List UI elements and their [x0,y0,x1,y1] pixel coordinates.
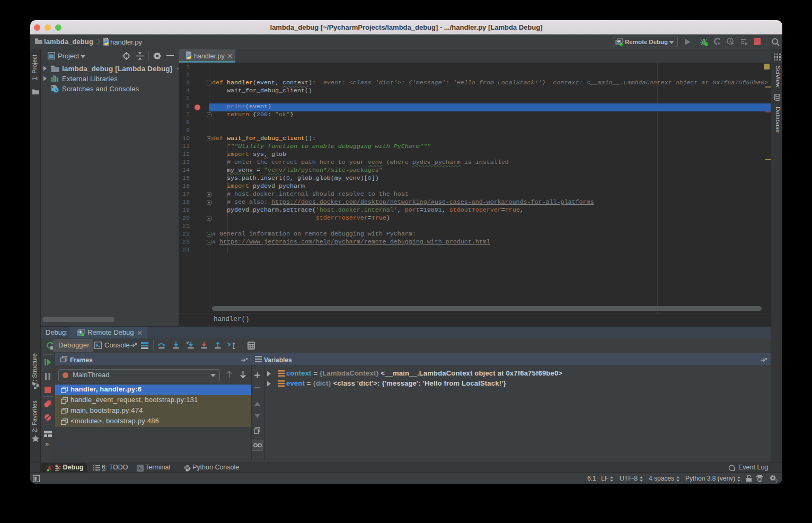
svg-text:?: ? [775,478,778,483]
